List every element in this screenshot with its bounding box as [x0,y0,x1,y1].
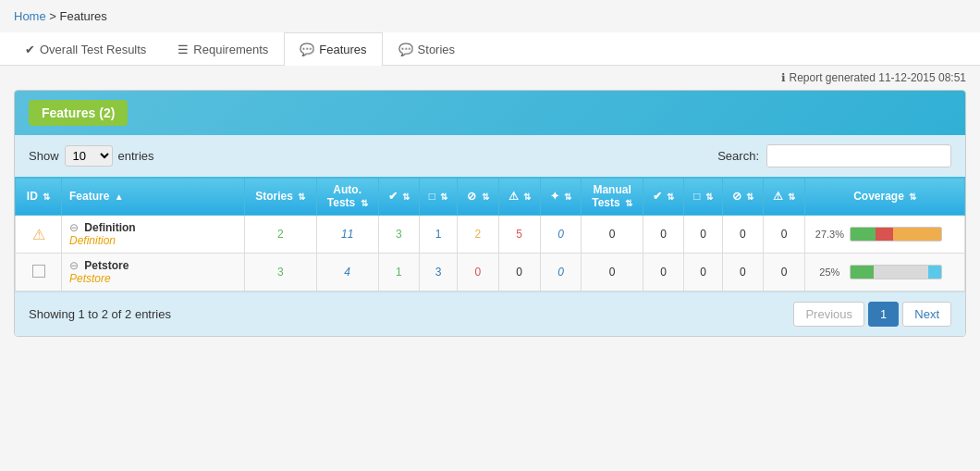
tab-overall-label: Overall Test Results [40,43,146,56]
warning-icon: ⚠ [32,227,45,242]
th-id[interactable]: ID ⇅ [16,178,62,216]
th-feature[interactable]: Feature ▲ [62,178,245,216]
row-coverage: 25% [805,254,965,291]
row-at-sq2: 2 [458,216,498,254]
tab-overall-icon: ✔ [25,43,35,56]
checkbox-icon [32,265,45,278]
tab-features-label: Features [319,43,366,56]
th-stories[interactable]: Stories ⇅ [244,178,316,216]
row-mt_pass: 0 [643,254,684,291]
row-at-sq1: 1 [419,216,457,254]
breadcrumb-home[interactable]: Home [14,9,46,23]
th-mt-sq1[interactable]: □ ⇅ [684,178,722,216]
feature-name: Petstore [84,259,129,272]
th-mt-warn[interactable]: ⚠ ⇅ [763,178,804,216]
row-mt_sq1: 0 [684,254,722,291]
row-at-star: 0 [540,254,581,291]
tab-features[interactable]: 💬 Features [284,32,382,66]
minus-circle-icon: ⊖ [69,259,79,272]
th-at-pass[interactable]: ✔ ⇅ [378,178,419,216]
table-row: ⚠ ⊖ Definition Definition 2113125000000 … [16,216,965,254]
report-timestamp: Report generated 11-12-2015 08:51 [790,71,966,84]
row-auto-tests: 11 [316,216,378,254]
breadcrumb-separator: > [49,9,56,23]
table-row: ⊖ Petstore Petstore 341300000000 25% [16,254,965,291]
feature-name: Definition [84,221,135,234]
tab-stories[interactable]: 💬 Stories [383,32,471,66]
row-mt_warn: 0 [763,216,804,254]
row-at-star: 0 [540,216,581,254]
show-entries-control: Show 10 25 50 100 entries [29,145,154,167]
prev-button[interactable]: Previous [793,302,864,327]
table-controls: Show 10 25 50 100 entries Search: [15,135,965,177]
row-mt_sq2: 0 [722,216,763,254]
search-area: Search: [717,144,951,167]
panel-title: Features (2) [29,100,128,126]
row-at-sq1: 3 [419,254,457,291]
th-at-star[interactable]: ✦ ⇅ [540,178,581,216]
feature-link[interactable]: Definition [69,234,116,247]
pagination: Previous 1 Next [793,302,951,327]
next-button[interactable]: Next [902,302,951,327]
row-at-warn: 0 [498,254,540,291]
features-table: ID ⇅ Feature ▲ Stories ⇅ Auto.Tests ⇅ ✔ … [15,177,965,291]
th-coverage[interactable]: Coverage ⇅ [805,178,965,216]
row-at-pass: 3 [378,216,419,254]
tab-overall[interactable]: ✔ Overall Test Results [9,32,162,66]
row-at-sq2: 0 [458,254,498,291]
row-manual-tests: 0 [582,216,643,254]
tab-stories-icon: 💬 [398,43,413,56]
panel-header: Features (2) [15,91,965,135]
th-mt-pass[interactable]: ✔ ⇅ [643,178,684,216]
row-mt_sq1: 0 [684,216,722,254]
row-feature-cell: ⊖ Definition Definition [62,216,245,254]
search-label: Search: [717,149,759,163]
entries-select[interactable]: 10 25 50 100 [65,145,113,167]
tab-stories-label: Stories [418,43,455,56]
showing-text: Showing 1 to 2 of 2 entries [29,307,171,321]
th-mt-sq2[interactable]: ⊘ ⇅ [722,178,763,216]
row-icon-cell: ⚠ [16,216,62,254]
info-icon: ℹ [781,71,786,84]
row-stories: 2 [244,216,316,254]
row-auto-tests: 4 [316,254,378,291]
row-mt_pass: 0 [643,216,684,254]
breadcrumb-current: Features [60,9,107,23]
row-at-pass: 1 [378,254,419,291]
th-manual-tests[interactable]: ManualTests ⇅ [582,178,643,216]
main-panel: Features (2) Show 10 25 50 100 entries S… [14,90,966,337]
report-info: ℹ Report generated 11-12-2015 08:51 [0,66,980,90]
page-1-button[interactable]: 1 [868,302,899,327]
feature-link[interactable]: Petstore [69,272,111,285]
th-at-warn[interactable]: ⚠ ⇅ [498,178,540,216]
tab-requirements-label: Requirements [193,43,268,56]
entries-label: entries [118,149,154,163]
row-feature-cell: ⊖ Petstore Petstore [62,254,245,291]
footer-bar: Showing 1 to 2 of 2 entries Previous 1 N… [15,291,965,336]
tab-features-icon: 💬 [300,43,314,56]
search-input[interactable] [766,144,951,167]
row-coverage: 27.3% [805,216,965,254]
minus-circle-icon: ⊖ [69,221,79,234]
th-auto-tests[interactable]: Auto.Tests ⇅ [316,178,378,216]
breadcrumb: Home > Features [0,0,980,32]
row-mt_sq2: 0 [722,254,763,291]
th-at-sq2[interactable]: ⊘ ⇅ [458,178,498,216]
row-stories: 3 [244,254,316,291]
show-label: Show [29,149,59,163]
th-at-sq1[interactable]: □ ⇅ [419,178,457,216]
tab-requirements[interactable]: ☰ Requirements [162,32,284,66]
tab-requirements-icon: ☰ [178,43,189,56]
row-mt_warn: 0 [763,254,804,291]
row-at-warn: 5 [498,216,540,254]
row-icon-cell [16,254,62,291]
tabs-bar: ✔ Overall Test Results ☰ Requirements 💬 … [0,32,980,66]
row-manual-tests: 0 [582,254,643,291]
